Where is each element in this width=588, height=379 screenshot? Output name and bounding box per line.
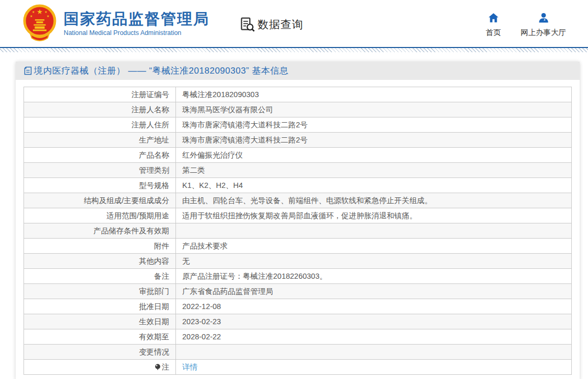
table-row: 结构及组成/主要组成成分由主机、四轮台车、光导设备、前端组件、电源软线和紧急停止… bbox=[24, 193, 572, 208]
table-row: 注详情 bbox=[24, 360, 572, 375]
row-label: 注册人住所 bbox=[24, 117, 176, 133]
table-row: 备注原产品注册证号：粤械注准20182260303。 bbox=[24, 269, 572, 284]
row-value bbox=[176, 223, 572, 239]
table-row: 管理类别第二类 bbox=[24, 163, 572, 178]
row-label: 产品储存条件及有效期 bbox=[24, 223, 176, 239]
table-row: 生效日期2023-02-23 bbox=[24, 314, 572, 329]
table-row: 适用范围/预期用途适用于软组织扭挫伤恢复期改善局部血液循环，促进肿胀消退和镇痛。 bbox=[24, 208, 572, 223]
data-query-label: 数据查询 bbox=[257, 17, 303, 32]
table-row: 注册证编号粤械注准20182090303 bbox=[24, 87, 572, 102]
nav-home-label: 首页 bbox=[486, 28, 501, 38]
document-search-icon bbox=[240, 17, 255, 32]
row-label: 结构及组成/主要组成成分 bbox=[24, 193, 176, 208]
org-name-cn: 国家药品监督管理局 bbox=[64, 10, 209, 28]
row-value: 2028-02-22 bbox=[176, 329, 572, 345]
row-label: 型号规格 bbox=[24, 178, 176, 193]
row-value: 产品技术要求 bbox=[176, 239, 572, 254]
note-balloon-icon bbox=[155, 364, 161, 371]
user-icon bbox=[538, 13, 549, 23]
row-value: 珠海黑马医学仪器有限公司 bbox=[176, 102, 572, 117]
table-row: 产品储存条件及有效期 bbox=[24, 223, 572, 239]
row-label: 生效日期 bbox=[24, 314, 176, 329]
org-name-en: National Medical Products Administration bbox=[64, 29, 209, 37]
svg-text:★: ★ bbox=[30, 15, 32, 18]
row-label: 附件 bbox=[24, 239, 176, 254]
svg-text:★: ★ bbox=[44, 10, 47, 14]
home-icon bbox=[488, 13, 499, 23]
table-row: 变更情况 bbox=[24, 345, 572, 360]
table-row: 附件产品技术要求 bbox=[24, 239, 572, 254]
row-label: 其他内容 bbox=[24, 254, 176, 269]
top-nav: 首页 网上办事大厅 bbox=[486, 13, 566, 38]
table-row: 批准日期2022-12-08 bbox=[24, 299, 572, 314]
table-row: 型号规格K1、K2、H2、H4 bbox=[24, 178, 572, 193]
row-value: 粤械注准20182090303 bbox=[176, 87, 572, 102]
row-label: 备注 bbox=[24, 269, 176, 284]
nav-online-hall-label: 网上办事大厅 bbox=[521, 28, 566, 38]
site-logo[interactable]: ★ ★ ★ ★ ★ 国家药品监督管理局 National Medical Pro… bbox=[21, 4, 209, 43]
table-row: 有效期至2028-02-22 bbox=[24, 329, 572, 345]
row-value: 详情 bbox=[176, 360, 572, 375]
row-value: 珠海市唐家湾镇港湾大道科技二路2号 bbox=[176, 117, 572, 133]
row-value bbox=[176, 345, 572, 360]
row-value: 2022-12-08 bbox=[176, 299, 572, 314]
org-names: 国家药品监督管理局 National Medical Products Admi… bbox=[64, 10, 209, 37]
row-value: K1、K2、H2、H4 bbox=[176, 178, 572, 193]
table-row: 其他内容无 bbox=[24, 254, 572, 269]
site-header: ★ ★ ★ ★ ★ 国家药品监督管理局 National Medical Pro… bbox=[0, 0, 588, 47]
registration-info-table: 注册证编号粤械注准20182090303注册人名称珠海黑马医学仪器有限公司注册人… bbox=[23, 87, 572, 375]
row-value: 由主机、四轮台车、光导设备、前端组件、电源软线和紧急停止开关组成。 bbox=[176, 193, 572, 208]
row-label: 批准日期 bbox=[24, 299, 176, 314]
page-title-bar: 境内医疗器械（注册） —— “粤械注准20182090303” 基本信息 bbox=[16, 62, 580, 80]
row-value: 适用于软组织扭挫伤恢复期改善局部血液循环，促进肿胀消退和镇痛。 bbox=[176, 208, 572, 223]
page-title: 境内医疗器械（注册） —— “粤械注准20182090303” 基本信息 bbox=[34, 65, 289, 77]
row-label: 产品名称 bbox=[24, 148, 176, 163]
svg-text:★: ★ bbox=[37, 8, 43, 16]
data-query-nav[interactable]: 数据查询 bbox=[240, 17, 303, 32]
header-divider-hatch bbox=[0, 48, 588, 52]
row-value: 红外偏振光治疗仪 bbox=[176, 148, 572, 163]
row-value: 2023-02-23 bbox=[176, 314, 572, 329]
table-row: 注册人名称珠海黑马医学仪器有限公司 bbox=[24, 102, 572, 117]
row-label: 管理类别 bbox=[24, 163, 176, 178]
details-link[interactable]: 详情 bbox=[182, 363, 197, 371]
row-label: 适用范围/预期用途 bbox=[24, 208, 176, 223]
row-label: 注 bbox=[24, 360, 176, 375]
row-value: 无 bbox=[176, 254, 572, 269]
row-label: 注册证编号 bbox=[24, 87, 176, 102]
nav-online-hall[interactable]: 网上办事大厅 bbox=[521, 13, 566, 38]
table-row: 注册人住所珠海市唐家湾镇港湾大道科技二路2号 bbox=[24, 117, 572, 133]
row-value: 第二类 bbox=[176, 163, 572, 178]
row-value: 广东省食品药品监督管理局 bbox=[176, 284, 572, 299]
national-emblem-icon: ★ ★ ★ ★ ★ bbox=[21, 4, 58, 43]
row-label: 生产地址 bbox=[24, 133, 176, 148]
row-value: 原产品注册证号：粤械注准20182260303。 bbox=[176, 269, 572, 284]
row-label: 审批部门 bbox=[24, 284, 176, 299]
row-label: 有效期至 bbox=[24, 329, 176, 345]
table-row: 审批部门广东省食品药品监督管理局 bbox=[24, 284, 572, 299]
row-value: 珠海市唐家湾镇港湾大道科技二路2号 bbox=[176, 133, 572, 148]
row-label: 注册人名称 bbox=[24, 102, 176, 117]
svg-text:★: ★ bbox=[46, 15, 49, 18]
document-icon bbox=[24, 66, 32, 75]
content-panel: 境内医疗器械（注册） —— “粤械注准20182090303” 基本信息 注册证… bbox=[16, 62, 580, 379]
row-label: 变更情况 bbox=[24, 345, 176, 360]
table-wrap: 注册证编号粤械注准20182090303注册人名称珠海黑马医学仪器有限公司注册人… bbox=[16, 80, 580, 379]
nav-home[interactable]: 首页 bbox=[486, 13, 501, 38]
table-row: 生产地址珠海市唐家湾镇港湾大道科技二路2号 bbox=[24, 133, 572, 148]
table-row: 产品名称红外偏振光治疗仪 bbox=[24, 148, 572, 163]
info-table-body: 注册证编号粤械注准20182090303注册人名称珠海黑马医学仪器有限公司注册人… bbox=[24, 87, 572, 375]
svg-text:★: ★ bbox=[32, 10, 34, 14]
